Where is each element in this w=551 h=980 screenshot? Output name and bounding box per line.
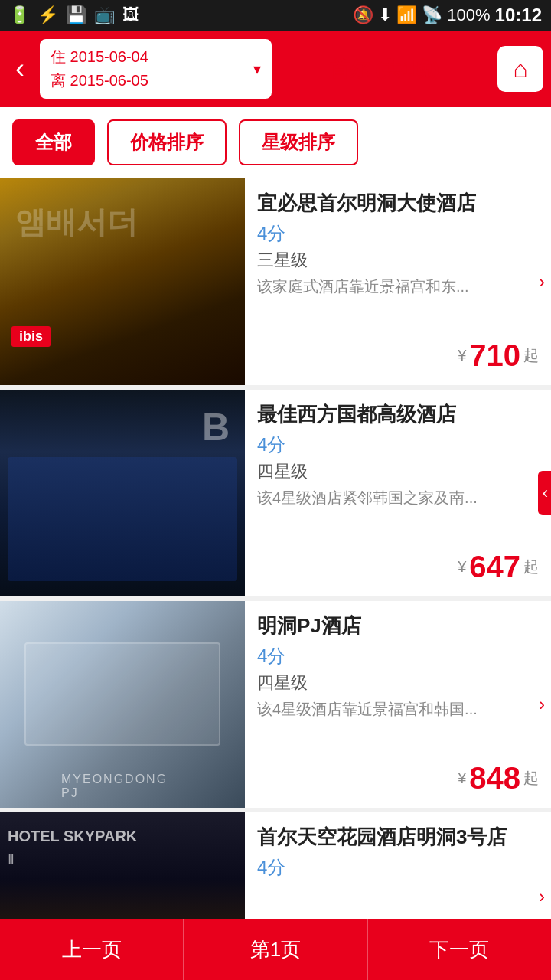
image-icon: 🖼 — [122, 5, 139, 25]
arrow-icon-3: › — [539, 694, 545, 715]
check-out-label: 离 — [51, 72, 66, 89]
status-left-icons: 🔋 ⚡ 💾 📺 🖼 — [9, 5, 139, 25]
price-from-2: 起 — [523, 557, 539, 577]
scroll-right-indicator: ‹ — [538, 471, 551, 515]
back-button[interactable]: ‹ — [8, 45, 32, 93]
hotel-rating-1: 4分 — [257, 221, 539, 246]
hotel-image-2: B — [0, 390, 245, 596]
hotel-image-1: ibis 앰배서더 — [0, 178, 245, 385]
hotel-rating-3: 4分 — [257, 644, 539, 668]
hotel-rating-2: 4分 — [257, 433, 539, 457]
hotel-card-2[interactable]: B 最佳西方国都高级酒店 4分 四星级 该4星级酒店紧邻韩国之家及南... ¥ … — [0, 390, 551, 596]
date-info: 住 2015-06-04 离 2015-06-05 — [51, 47, 148, 91]
hotel-price-row-2: ¥ 647 起 › — [257, 550, 539, 584]
price-from-3: 起 — [523, 768, 539, 789]
hotel-image-3: MYEONGDONG PJ — [0, 601, 245, 808]
home-icon: ⌂ — [513, 55, 527, 83]
home-button[interactable]: ⌂ — [497, 46, 543, 92]
next-page-button[interactable]: 下一页 — [368, 919, 551, 980]
price-symbol-1: ¥ — [458, 347, 466, 364]
hotel-card-1[interactable]: ibis 앰배서더 宜必思首尔明洞大使酒店 4分 三星级 该家庭式酒店靠近景福宫… — [0, 178, 551, 385]
check-in-label: 住 — [51, 48, 66, 65]
hotel-info-2: 最佳西方国都高级酒店 4分 四星级 该4星级酒店紧邻韩国之家及南... ¥ 64… — [245, 390, 551, 596]
hotel-card-3[interactable]: MYEONGDONG PJ 明洞PJ酒店 4分 四星级 该4星级酒店靠近景福宫和… — [0, 601, 551, 808]
filter-all-button[interactable]: 全部 — [12, 119, 95, 165]
hotel-price-row-3: ¥ 848 起 › — [257, 761, 539, 795]
hotel-info-1: 宜必思首尔明洞大使酒店 4分 三星级 该家庭式酒店靠近景福宫和东... ¥ 71… — [245, 178, 551, 385]
price-from-1: 起 — [523, 345, 539, 366]
current-page-label: 第1页 — [183, 919, 367, 980]
clock: 10:12 — [495, 5, 542, 26]
mute-icon: 🔕 — [353, 5, 373, 25]
hotel-stars-3: 四星级 — [257, 671, 539, 694]
hotel-price-row-1: ¥ 710 起 › — [257, 338, 539, 373]
price-value-1: 710 — [469, 338, 520, 373]
city-name: 首尔 (共1晚) — [279, 56, 490, 83]
check-out-date: 2015-06-05 — [70, 72, 148, 89]
check-out-row: 离 2015-06-05 — [51, 70, 148, 91]
header: ‹ 住 2015-06-04 离 2015-06-05 ▾ 首尔 (共1晚) ⌂ — [0, 31, 551, 107]
filter-star-button[interactable]: 星级排序 — [239, 119, 358, 165]
battery-100-icon: 🔋 — [9, 5, 30, 25]
battery-level: 100% — [447, 5, 490, 25]
usb-icon: ⚡ — [37, 5, 58, 25]
hotel-rating-4: 4分 — [257, 855, 539, 880]
hotel-name-4: 首尔天空花园酒店明洞3号店 — [257, 825, 539, 851]
filter-bar: 全部 价格排序 星级排序 — [0, 107, 551, 178]
dropdown-icon: ▾ — [253, 60, 261, 78]
price-value-2: 647 — [469, 550, 520, 584]
status-bar: 🔋 ⚡ 💾 📺 🖼 🔕 ⬇ 📶 📡 100% 10:12 — [0, 0, 551, 31]
hotel-desc-3: 该4星级酒店靠近景福宫和韩国... — [257, 699, 539, 720]
price-value-3: 848 — [469, 761, 520, 795]
price-symbol-3: ¥ — [458, 769, 466, 787]
download-icon: ⬇ — [378, 5, 392, 25]
prev-page-button[interactable]: 上一页 — [0, 919, 183, 980]
hotel-desc-2: 该4星级酒店紧邻韩国之家及南... — [257, 488, 539, 508]
hotel-stars-2: 四星级 — [257, 460, 539, 483]
hotel-name-3: 明洞PJ酒店 — [257, 613, 539, 639]
arrow-icon-4: › — [539, 886, 545, 907]
sd-card-icon: 💾 — [66, 5, 86, 25]
filter-price-button[interactable]: 价格排序 — [107, 119, 227, 165]
signal-icon: 📡 — [422, 5, 442, 25]
bottom-navigation: 上一页 第1页 下一页 — [0, 919, 551, 980]
price-symbol-2: ¥ — [458, 558, 466, 576]
hotel-name-2: 最佳西方国都高级酒店 — [257, 402, 539, 428]
hotel-desc-1: 该家庭式酒店靠近景福宫和东... — [257, 276, 539, 297]
date-selector[interactable]: 住 2015-06-04 离 2015-06-05 ▾ — [40, 39, 272, 99]
check-in-row: 住 2015-06-04 — [51, 47, 148, 67]
hotel-name-1: 宜必思首尔明洞大使酒店 — [257, 191, 539, 217]
status-right-icons: 🔕 ⬇ 📶 📡 100% 10:12 — [353, 5, 542, 26]
hotel-stars-1: 三星级 — [257, 249, 539, 272]
arrow-icon-1: › — [539, 271, 545, 292]
check-in-date: 2015-06-04 — [70, 48, 148, 65]
wifi-icon: 📶 — [396, 5, 417, 25]
display-icon: 📺 — [94, 5, 115, 25]
hotel-info-3: 明洞PJ酒店 4分 四星级 该4星级酒店靠近景福宫和韩国... ¥ 848 起 … — [245, 601, 551, 808]
hotel-list: ibis 앰배서더 宜必思首尔明洞大使酒店 4分 三星级 该家庭式酒店靠近景福宫… — [0, 178, 551, 980]
